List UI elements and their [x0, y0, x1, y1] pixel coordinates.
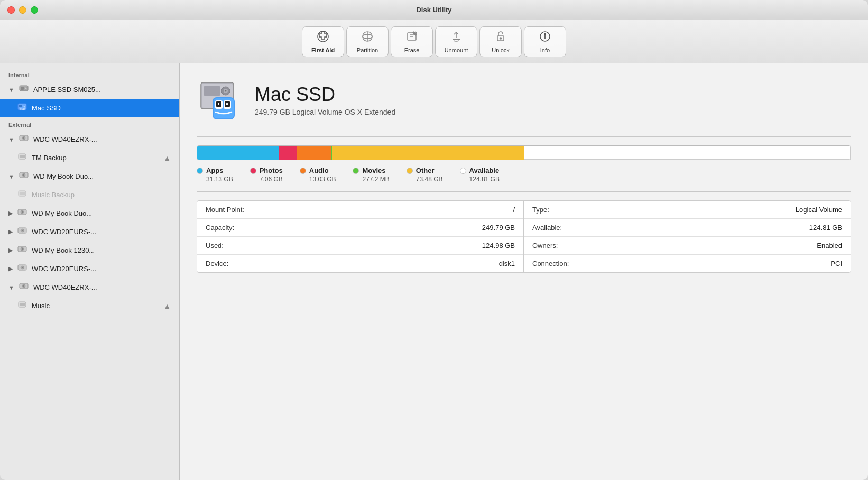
- hdd-icon: [17, 262, 27, 275]
- sidebar-item-wdc-wd40-1[interactable]: ▼ WDC WD40EZRX-...: [0, 130, 179, 149]
- chevron-down-icon: ▼: [8, 136, 14, 143]
- info-row: Device:disk1: [197, 255, 523, 272]
- close-button[interactable]: [7, 6, 15, 14]
- svg-point-23: [23, 137, 24, 139]
- chevron-right-icon: ▶: [8, 247, 13, 254]
- chevron-icon: ▼: [8, 87, 14, 93]
- sidebar-item-wdc-wd40-1-label: WDC WD40EZRX-...: [33, 135, 171, 143]
- first-aid-button[interactable]: First Aid: [302, 26, 344, 57]
- storage-segment-photos: [279, 146, 298, 160]
- sidebar-item-apple-ssd[interactable]: ▼ APPLE SSD SM025...: [0, 80, 179, 99]
- unmount-label: Unmount: [445, 47, 468, 53]
- info-row: Connection:PCI: [524, 255, 851, 272]
- erase-button[interactable]: Erase: [391, 26, 433, 57]
- sidebar-item-music-backup[interactable]: Music Backup: [0, 186, 179, 204]
- legend-dot-apps: [197, 168, 203, 174]
- hdd-icon: [17, 225, 27, 238]
- legend-value-apps: 31.13 GB: [197, 176, 233, 183]
- internal-section-label: Internal: [0, 68, 179, 80]
- svg-point-13: [544, 33, 546, 34]
- svg-point-42: [22, 267, 23, 268]
- legend-item-audio: Audio 13.03 GB: [300, 167, 336, 183]
- sidebar-item-wd-my-book-duo-2[interactable]: ▶ WD My Book Duo...: [0, 204, 179, 223]
- storage-legend: Apps 31.13 GB Photos 7.06 GB Audio 13.03…: [197, 167, 851, 183]
- info-key: Type:: [532, 206, 549, 214]
- info-row: Type:Logical Volume: [524, 201, 851, 219]
- info-row: Owners:Enabled: [524, 237, 851, 255]
- svg-rect-47: [20, 303, 25, 306]
- info-key: Owners:: [532, 242, 558, 250]
- sidebar-item-wd-my-book-1230-label: WD My Book 1230...: [32, 246, 171, 254]
- info-val: 124.98 GB: [482, 242, 515, 250]
- info-row: Used:124.98 GB: [197, 237, 523, 255]
- legend-header-movies: Movies: [353, 167, 385, 174]
- legend-label-available: Available: [469, 167, 500, 174]
- svg-point-39: [22, 248, 23, 250]
- svg-point-45: [23, 285, 24, 287]
- sidebar-item-mac-ssd[interactable]: SSD Mac SSD: [0, 99, 179, 117]
- maximize-button[interactable]: [31, 6, 38, 14]
- sidebar-item-wdc-wd20-1[interactable]: ▶ WDC WD20EURS-...: [0, 223, 179, 241]
- volume-icon: [17, 151, 27, 164]
- eject-icon[interactable]: ▲: [163, 302, 171, 310]
- info-val: 124.81 GB: [809, 224, 842, 232]
- partition-icon: [361, 30, 374, 45]
- volume-icon: [17, 188, 27, 201]
- info-button[interactable]: Info: [524, 26, 566, 57]
- storage-bar-container: Apps 31.13 GB Photos 7.06 GB Audio 13.03…: [197, 145, 851, 183]
- sidebar-item-music-label: Music: [32, 302, 159, 310]
- hdd-icon: [19, 133, 29, 146]
- hdd-icon: [17, 244, 27, 257]
- chevron-right-icon: ▶: [8, 265, 13, 272]
- divider-1: [197, 136, 851, 137]
- unmount-icon: [450, 30, 463, 45]
- info-row: Capacity:249.79 GB: [197, 219, 523, 237]
- unlock-label: Unlock: [492, 47, 510, 53]
- sidebar-item-wdc-wd20-1-label: WDC WD20EURS-...: [32, 228, 171, 236]
- sidebar-item-wdc-wd20-2-label: WDC WD20EURS-...: [32, 265, 171, 273]
- first-aid-label: First Aid: [311, 47, 335, 53]
- svg-point-10: [500, 38, 502, 39]
- divider-2: [197, 191, 851, 192]
- sidebar-item-music[interactable]: Music ▲: [0, 297, 179, 315]
- sidebar-item-wd-my-book-1230[interactable]: ▶ WD My Book 1230...: [0, 241, 179, 260]
- sidebar-item-music-backup-label: Music Backup: [32, 191, 171, 199]
- legend-header-other: Other: [407, 167, 435, 174]
- disk-subtitle: 249.79 GB Logical Volume OS X Extended: [255, 108, 395, 116]
- chevron-right-icon: ▶: [8, 228, 13, 235]
- unlock-button[interactable]: Unlock: [479, 26, 522, 57]
- info-val: PCI: [830, 260, 842, 267]
- info-key: Capacity:: [206, 224, 234, 232]
- partition-label: Partition: [357, 47, 378, 53]
- legend-dot-available: [460, 168, 466, 174]
- legend-label-movies: Movies: [362, 167, 385, 174]
- info-row: Available:124.81 GB: [524, 219, 851, 237]
- erase-label: Erase: [404, 47, 420, 53]
- legend-label-audio: Audio: [309, 167, 329, 174]
- toolbar: First Aid Partition Erase: [0, 20, 868, 63]
- content-area: Mac SSD 249.79 GB Logical Volume OS X Ex…: [180, 63, 868, 480]
- svg-rect-50: [204, 86, 220, 96]
- sidebar-item-tm-backup[interactable]: TM Backup ▲: [0, 149, 179, 167]
- legend-value-other: 73.48 GB: [407, 176, 443, 183]
- info-row: Mount Point:/: [197, 201, 523, 219]
- title-bar: Disk Utility: [0, 0, 868, 20]
- unlock-icon: [494, 30, 507, 45]
- chevron-down-icon: ▼: [8, 173, 14, 180]
- partition-button[interactable]: Partition: [346, 26, 389, 57]
- legend-value-audio: 13.03 GB: [300, 176, 336, 183]
- sidebar-item-wdc-wd20-2[interactable]: ▶ WDC WD20EURS-...: [0, 260, 179, 278]
- minimize-button[interactable]: [19, 6, 26, 14]
- info-key: Used:: [206, 242, 224, 250]
- disk-name: Mac SSD: [255, 84, 395, 106]
- sidebar-item-wd-my-book-duo-1[interactable]: ▼ WD My Book Duo...: [0, 167, 179, 186]
- info-key: Connection:: [532, 260, 569, 267]
- info-key: Mount Point:: [206, 206, 244, 214]
- unmount-button[interactable]: Unmount: [435, 26, 477, 57]
- eject-icon[interactable]: ▲: [163, 154, 171, 162]
- svg-rect-30: [20, 192, 25, 195]
- info-val: 249.79 GB: [482, 224, 515, 232]
- legend-value-available: 124.81 GB: [460, 176, 500, 183]
- sidebar-item-wdc-wd40-2[interactable]: ▼ WDC WD40EZRX-...: [0, 278, 179, 297]
- info-val: Enabled: [817, 242, 842, 250]
